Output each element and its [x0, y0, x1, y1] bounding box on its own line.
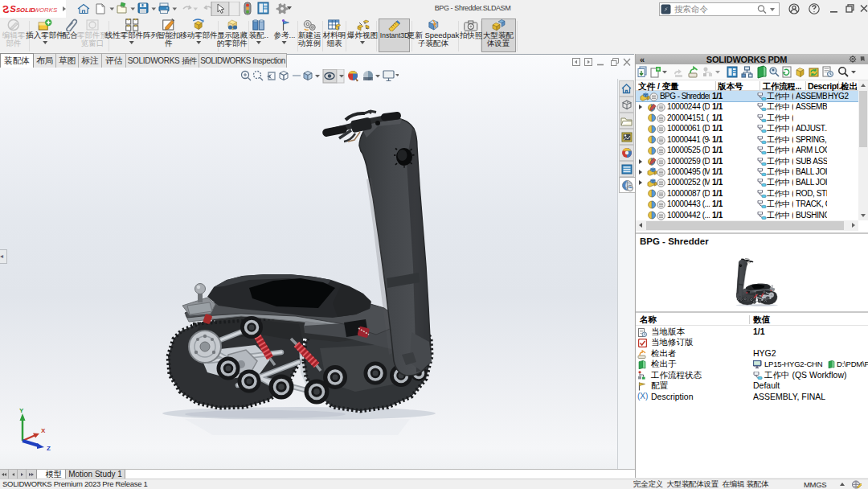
svg-text:X: X — [41, 427, 46, 434]
svg-text:WORKS: WORKS — [34, 6, 58, 14]
svg-text:Z: Z — [47, 445, 51, 450]
svg-text:Y: Y — [19, 409, 24, 414]
svg-text:SOLID: SOLID — [16, 6, 35, 14]
svg-text:S: S — [2, 4, 9, 15]
